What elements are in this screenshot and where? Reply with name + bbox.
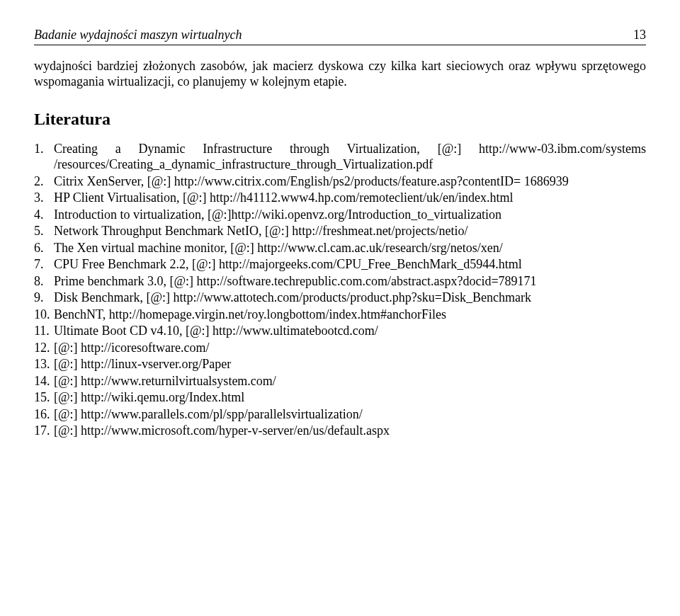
ref-number: 9. — [34, 290, 54, 306]
list-item: 7.CPU Free Benchmark 2.2, [@:] http://ma… — [34, 256, 646, 273]
ref-number: 2. — [34, 173, 54, 190]
list-item: 4.Introduction to virtualization, [@:]ht… — [34, 207, 646, 223]
list-item: 15.[@:] http://wiki.qemu.org/Index.html — [34, 389, 646, 406]
list-item: 11.Ultimate Boot CD v4.10, [@:] http://w… — [34, 323, 646, 339]
ref-text: CPU Free Benchmark 2.2, [@:] http://majo… — [54, 256, 646, 273]
list-item: 6.The Xen virtual machine monitor, [@:] … — [34, 240, 646, 256]
ref-text: [@:] http://linux-vserver.org/Paper — [54, 356, 646, 372]
ref-text: [@:] http://www.microsoft.com/hyper-v-se… — [54, 423, 646, 439]
section-heading-literatura: Literatura — [34, 108, 646, 130]
list-item: 12.[@:] http://icoresoftware.com/ — [34, 340, 646, 356]
ref-text: The Xen virtual machine monitor, [@:] ht… — [54, 240, 646, 256]
list-item: 17.[@:] http://www.microsoft.com/hyper-v… — [34, 423, 646, 439]
ref-number: 4. — [34, 207, 54, 223]
ref-text: [@:] http://www.parallels.com/pl/spp/par… — [54, 406, 646, 423]
list-item: 13.[@:] http://linux-vserver.org/Paper — [34, 356, 646, 372]
ref-number: 11. — [34, 323, 54, 339]
ref-number: 17. — [34, 423, 54, 439]
list-item: 8.Prime benchmark 3.0, [@:] http://softw… — [34, 273, 646, 290]
list-item: 9.Disk Benchmark, [@:] http://www.attote… — [34, 290, 646, 306]
ref-text: [@:] http://www.returnilvirtualsystem.co… — [54, 373, 646, 389]
ref-text: Network Throughput Benchmark NetIO, [@:]… — [54, 223, 646, 239]
ref-number: 8. — [34, 273, 54, 290]
list-item: 10.BenchNT, http://homepage.virgin.net/r… — [34, 307, 646, 323]
ref-number: 14. — [34, 373, 54, 389]
ref-number: 16. — [34, 406, 54, 423]
ref-text: Prime benchmark 3.0, [@:] http://softwar… — [54, 273, 646, 290]
ref-text: HP Client Virtualisation, [@:] http://h4… — [54, 190, 646, 206]
ref-number: 15. — [34, 389, 54, 406]
list-item: 16.[@:] http://www.parallels.com/pl/spp/… — [34, 406, 646, 423]
ref-text: [@:] http://wiki.qemu.org/Index.html — [54, 389, 646, 406]
ref-text: Ultimate Boot CD v4.10, [@:] http://www.… — [54, 323, 646, 339]
ref-number: 6. — [34, 240, 54, 256]
ref-number: 13. — [34, 356, 54, 372]
ref-number: 3. — [34, 190, 54, 206]
ref-number: 12. — [34, 340, 54, 356]
ref-number: 10. — [34, 307, 54, 323]
ref-text: [@:] http://icoresoftware.com/ — [54, 340, 646, 356]
ref-text: Disk Benchmark, [@:] http://www.attotech… — [54, 290, 646, 306]
page-number: 13 — [633, 27, 646, 43]
list-item: 5.Network Throughput Benchmark NetIO, [@… — [34, 223, 646, 239]
ref-number: 1. — [34, 141, 54, 157]
ref-text: Creating a Dynamic Infrastructure throug… — [54, 141, 646, 173]
ref-text: Introduction to virtualization, [@:]http… — [54, 207, 646, 223]
page-header: Badanie wydajności maszyn wirtualnych 13 — [34, 27, 646, 45]
list-item: 3.HP Client Virtualisation, [@:] http://… — [34, 190, 646, 206]
header-title: Badanie wydajności maszyn wirtualnych — [34, 27, 242, 43]
ref-text: Citrix XenServer, [@:] http://www.citrix… — [54, 173, 646, 190]
list-item: 1.Creating a Dynamic Infrastructure thro… — [34, 141, 646, 173]
ref-number: 5. — [34, 223, 54, 239]
body-paragraph: wydajności bardziej złożonych zasobów, j… — [34, 58, 646, 90]
ref-text: BenchNT, http://homepage.virgin.net/roy.… — [54, 307, 646, 323]
ref-number: 7. — [34, 256, 54, 273]
list-item: 2.Citrix XenServer, [@:] http://www.citr… — [34, 173, 646, 190]
list-item: 14.[@:] http://www.returnilvirtualsystem… — [34, 373, 646, 389]
reference-list: 1.Creating a Dynamic Infrastructure thro… — [34, 141, 646, 439]
